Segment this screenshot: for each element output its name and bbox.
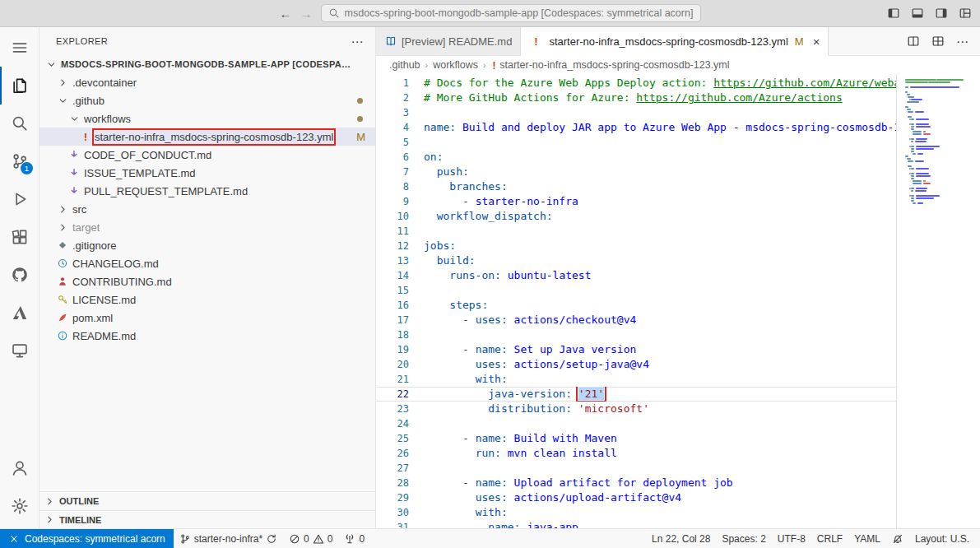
chevron-down-icon <box>67 112 81 125</box>
code-line[interactable]: 24 <box>376 416 980 431</box>
tree-item[interactable]: target <box>39 218 375 236</box>
editor-tab[interactable]: [Preview] README.md <box>376 27 521 55</box>
editor-tab[interactable]: !starter-no-infra_msdocs-spring-cosmosdb… <box>521 27 829 55</box>
activity-menu-button[interactable] <box>0 29 39 67</box>
code-line[interactable]: 5 <box>376 135 980 150</box>
activity-run-and-debug-button[interactable] <box>0 180 39 218</box>
code-line[interactable]: 27 <box>376 461 980 476</box>
activity-explorer-button[interactable] <box>0 67 39 104</box>
activity-source-control-button[interactable]: 1 <box>0 142 39 180</box>
code-line[interactable]: 31 name: java-app <box>376 520 980 528</box>
ports-indicator[interactable]: 0 <box>338 529 370 548</box>
editor-group: [Preview] README.md!starter-no-infra_msd… <box>376 27 980 528</box>
minimap[interactable] <box>896 74 980 528</box>
code-line[interactable]: 26 run: mvn clean install <box>376 446 980 461</box>
code-line[interactable]: 18 <box>376 327 980 342</box>
tree-item[interactable]: !starter-no-infra_msdocs-spring-cosmosdb… <box>39 128 375 146</box>
tree-item[interactable]: CODE_OF_CONDUCT.md <box>39 146 375 164</box>
code-line[interactable]: 8 branches: <box>376 179 980 194</box>
tree-root[interactable]: MSDOCS-SPRING-BOOT-MONGODB-SAMPLE-APP [C… <box>39 55 375 73</box>
language-mode[interactable]: YAML <box>848 529 886 548</box>
keyboard-layout[interactable]: Layout: U.S. <box>909 529 975 548</box>
tree-item[interactable]: ISSUE_TEMPLATE.md <box>39 164 375 182</box>
code-line[interactable]: 14 runs-on: ubuntu-latest <box>376 268 980 283</box>
notifications-indicator[interactable] <box>886 529 909 548</box>
code-line[interactable]: 23 distribution: 'microsoft' <box>376 402 980 416</box>
code-line[interactable]: 16 steps: <box>376 298 980 313</box>
tree-item[interactable]: CONTRIBUTING.md <box>39 272 375 290</box>
file-mdArrow-icon <box>67 148 81 161</box>
close-tab-icon[interactable]: × <box>813 35 820 48</box>
toggle-secondary-sidebar-icon[interactable] <box>935 7 948 20</box>
code-line[interactable]: 28 - name: Upload artifact for deploymen… <box>376 476 980 490</box>
customize-layout-icon[interactable] <box>959 7 972 20</box>
activity-github-button[interactable] <box>0 256 39 294</box>
warnings-icon <box>313 533 324 545</box>
activity-search-button[interactable] <box>0 104 39 142</box>
code-line[interactable]: 7 push: <box>376 165 980 179</box>
problems-indicator[interactable]: 0 0 <box>283 529 338 548</box>
command-center-search[interactable]: msdocs-spring-boot-mongodb-sample-app [C… <box>321 4 701 22</box>
activity-azure-button[interactable] <box>0 294 39 332</box>
code-line[interactable]: 11 <box>376 224 980 239</box>
tree-item[interactable]: .github <box>39 91 375 109</box>
tree-item-label: CHANGELOG.md <box>72 258 159 270</box>
command-center-group: ← → msdocs-spring-boot-mongodb-sample-ap… <box>280 0 701 26</box>
back-arrow-icon[interactable]: ← <box>280 7 292 21</box>
code-line[interactable]: 25 - name: Build with Maven <box>376 431 980 446</box>
code-line[interactable]: 30 with: <box>376 505 980 520</box>
tree-item[interactable]: workflows <box>39 109 375 128</box>
tree-item[interactable]: CHANGELOG.md <box>39 254 375 272</box>
code-line[interactable]: 9 - starter-no-infra <box>376 194 980 209</box>
code-line[interactable]: 12jobs: <box>376 239 980 253</box>
explorer-more-actions-icon[interactable]: ⋯ <box>351 35 364 48</box>
code-line[interactable]: 2# More GitHub Actions for Azure: https:… <box>376 91 980 105</box>
sidebar-section-timeline[interactable]: TIMELINE <box>39 510 375 528</box>
activity-bar: 1 <box>0 27 39 528</box>
indentation-indicator[interactable]: Spaces: 2 <box>716 529 771 548</box>
code-line[interactable]: 3 <box>376 105 980 120</box>
breadcrumb-item[interactable]: !starter-no-infra_msdocs-spring-cosmosdb… <box>491 59 730 72</box>
notifications-icon <box>892 533 903 545</box>
code-line[interactable]: 15 <box>376 283 980 298</box>
tree-item[interactable]: LICENSE.md <box>39 290 375 309</box>
tree-item[interactable]: PULL_REQUEST_TEMPLATE.md <box>39 182 375 200</box>
eol-indicator[interactable]: CRLF <box>811 529 848 548</box>
code-editor[interactable]: 1# Docs for the Azure Web Apps Deploy ac… <box>376 74 980 528</box>
sidebar-section-outline[interactable]: OUTLINE <box>39 492 375 510</box>
settings-icon <box>11 497 29 515</box>
tree-item[interactable]: pom.xml <box>39 309 375 327</box>
code-line[interactable]: 19 - name: Set up Java version <box>376 342 980 357</box>
toggle-primary-sidebar-icon[interactable] <box>887 7 900 20</box>
breadcrumb-item[interactable]: .github <box>389 59 420 71</box>
code-line[interactable]: 1# Docs for the Azure Web Apps Deploy ac… <box>376 76 980 91</box>
code-line[interactable]: 17 - uses: actions/checkout@v4 <box>376 313 980 327</box>
tree-item[interactable]: .devcontainer <box>39 73 375 91</box>
tree-item[interactable]: README.md <box>39 327 375 345</box>
breadcrumb-item[interactable]: workflows <box>433 59 478 71</box>
forward-arrow-icon[interactable]: → <box>300 7 313 21</box>
code-line[interactable]: 4name: Build and deploy JAR app to Azure… <box>376 120 980 135</box>
tree-item[interactable]: .gitignore <box>39 236 375 254</box>
activity-remote-explorer-button[interactable] <box>0 332 39 369</box>
encoding-indicator[interactable]: UTF-8 <box>772 529 811 548</box>
tree-item[interactable]: src <box>39 200 375 218</box>
code-line[interactable]: 10 workflow_dispatch: <box>376 209 980 224</box>
cursor-position[interactable]: Ln 22, Col 28 <box>646 529 716 548</box>
remote-indicator[interactable]: Codespaces: symmetrical acorn <box>0 529 174 548</box>
code-line[interactable]: 29 uses: actions/upload-artifact@v4 <box>376 490 980 505</box>
toggle-panel-icon[interactable] <box>911 7 924 20</box>
activity-settings-button[interactable] <box>0 487 39 525</box>
code-line[interactable]: 20 uses: actions/setup-java@v4 <box>376 357 980 372</box>
code-line-current[interactable]: 22 java-version: '21' <box>376 387 980 402</box>
code-line[interactable]: 13 build: <box>376 253 980 268</box>
activity-account-button[interactable] <box>0 449 39 487</box>
line-number: 2 <box>376 91 424 105</box>
code-line[interactable]: 6on: <box>376 150 980 165</box>
more-actions-icon[interactable]: ⋯ <box>956 35 968 48</box>
editor-layout-icon[interactable] <box>931 35 945 48</box>
activity-extensions-button[interactable] <box>0 218 39 256</box>
code-line[interactable]: 21 with: <box>376 372 980 387</box>
split-editor-icon[interactable] <box>907 35 920 48</box>
branch-indicator[interactable]: starter-no-infra* <box>174 529 283 548</box>
